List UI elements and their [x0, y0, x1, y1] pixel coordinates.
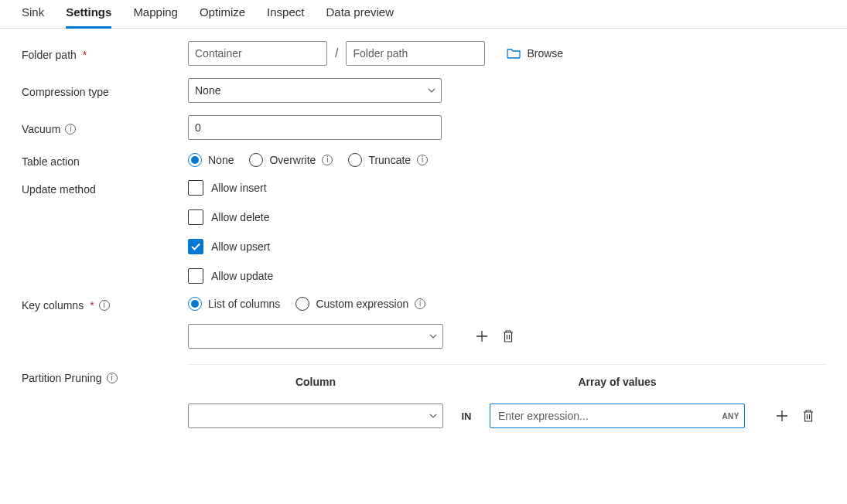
folder-icon [507, 48, 521, 59]
pruning-in-label: IN [443, 410, 490, 422]
key-columns-delete-button[interactable] [500, 329, 516, 344]
tabs-bar: Sink Settings Mapping Optimize Inspect D… [0, 0, 847, 29]
pruning-add-button[interactable] [774, 408, 790, 424]
pruning-column-header: Column [188, 376, 443, 388]
compression-type-select[interactable]: None [188, 78, 442, 103]
checkbox-allow-insert[interactable]: Allow insert [188, 180, 273, 196]
info-icon[interactable]: i [99, 300, 110, 311]
radio-key-columns-list[interactable]: List of columns [188, 297, 280, 311]
browse-button[interactable]: Browse [507, 47, 563, 60]
path-separator: / [335, 46, 338, 60]
checkbox-allow-update[interactable]: Allow update [188, 268, 273, 284]
chevron-down-icon [429, 411, 438, 421]
info-icon[interactable]: i [322, 155, 333, 165]
pruning-expression-input[interactable]: Enter expression... ANY [490, 404, 745, 428]
checkbox-allow-upsert[interactable]: Allow upsert [188, 239, 273, 254]
key-columns-select[interactable] [188, 324, 443, 349]
tab-inspect[interactable]: Inspect [267, 5, 304, 29]
pruning-array-header: Array of values [490, 376, 745, 388]
any-badge: ANY [722, 412, 739, 421]
info-icon[interactable]: i [417, 155, 428, 165]
pruning-delete-button[interactable] [801, 408, 816, 424]
chevron-down-icon [427, 86, 436, 95]
radio-table-action-none[interactable]: None [188, 153, 234, 167]
label-compression-type: Compression type [22, 83, 188, 98]
radio-table-action-truncate[interactable]: Truncate i [348, 153, 428, 167]
tab-data-preview[interactable]: Data preview [326, 5, 394, 29]
checkbox-allow-delete[interactable]: Allow delete [188, 209, 273, 225]
radio-key-columns-custom[interactable]: Custom expression i [295, 297, 425, 311]
tab-sink[interactable]: Sink [22, 5, 44, 29]
label-folder-path: Folder path* [22, 46, 188, 61]
label-update-method: Update method [22, 180, 188, 196]
radio-table-action-overwrite[interactable]: Overwrite i [249, 153, 333, 167]
folder-path-input[interactable] [346, 41, 485, 66]
label-vacuum: Vacuum i [22, 120, 188, 135]
form-area: Folder path* / Browse Compression type N… [0, 29, 847, 444]
tab-mapping[interactable]: Mapping [133, 5, 178, 29]
info-icon[interactable]: i [107, 373, 118, 383]
info-icon[interactable]: i [415, 298, 425, 309]
label-table-action: Table action [22, 152, 188, 168]
info-icon[interactable]: i [65, 124, 76, 135]
vacuum-input[interactable] [188, 115, 442, 140]
chevron-down-icon [429, 332, 438, 341]
key-columns-add-button[interactable] [474, 329, 490, 344]
label-partition-pruning: Partition Pruning i [22, 361, 188, 384]
tab-settings[interactable]: Settings [66, 5, 111, 29]
container-input[interactable] [188, 41, 327, 66]
tab-optimize[interactable]: Optimize [200, 5, 245, 29]
pruning-column-select[interactable] [188, 404, 443, 428]
label-key-columns: Key columns* i [22, 296, 188, 312]
